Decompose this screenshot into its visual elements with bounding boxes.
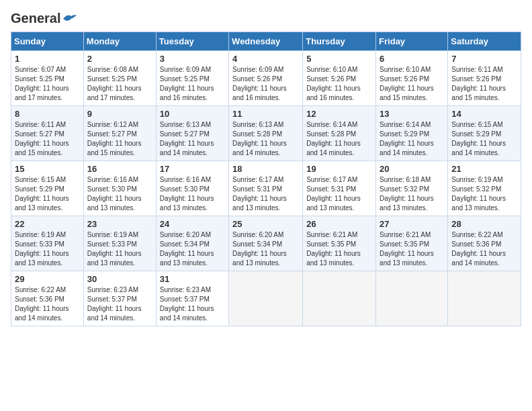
calendar-cell [376,271,448,326]
day-number: 16 [87,164,152,174]
day-number: 27 [380,219,444,229]
day-info: Sunrise: 6:16 AMSunset: 5:30 PMDaylight:… [87,175,152,213]
calendar-header-thursday: Thursday [303,32,376,51]
day-number: 12 [306,109,372,119]
calendar-header-row: SundayMondayTuesdayWednesdayThursdayFrid… [11,32,521,51]
day-info: Sunrise: 6:18 AMSunset: 5:32 PMDaylight:… [380,175,444,213]
calendar-cell: 26Sunrise: 6:21 AMSunset: 5:35 PMDayligh… [303,216,376,271]
day-number: 24 [160,219,225,229]
day-info: Sunrise: 6:19 AMSunset: 5:33 PMDaylight:… [15,230,80,268]
day-info: Sunrise: 6:19 AMSunset: 5:33 PMDaylight:… [87,230,152,268]
calendar-cell: 1Sunrise: 6:07 AMSunset: 5:25 PMDaylight… [11,51,84,106]
day-info: Sunrise: 6:11 AMSunset: 5:27 PMDaylight:… [15,120,80,158]
calendar-cell: 17Sunrise: 6:16 AMSunset: 5:30 PMDayligh… [156,161,228,216]
calendar-cell: 9Sunrise: 6:12 AMSunset: 5:27 PMDaylight… [83,106,156,161]
calendar-cell [229,271,303,326]
calendar-cell: 8Sunrise: 6:11 AMSunset: 5:27 PMDaylight… [11,106,84,161]
calendar-cell: 31Sunrise: 6:23 AMSunset: 5:37 PMDayligh… [156,271,228,326]
calendar-header-friday: Friday [376,32,448,51]
calendar-cell: 25Sunrise: 6:20 AMSunset: 5:34 PMDayligh… [229,216,303,271]
logo: General [11,11,77,24]
day-info: Sunrise: 6:08 AMSunset: 5:25 PMDaylight:… [87,65,152,103]
calendar-cell: 21Sunrise: 6:19 AMSunset: 5:32 PMDayligh… [448,161,521,216]
day-info: Sunrise: 6:23 AMSunset: 5:37 PMDaylight:… [87,285,152,323]
day-info: Sunrise: 6:10 AMSunset: 5:26 PMDaylight:… [306,65,372,103]
calendar-cell: 29Sunrise: 6:22 AMSunset: 5:36 PMDayligh… [11,271,84,326]
day-info: Sunrise: 6:09 AMSunset: 5:26 PMDaylight:… [232,65,299,103]
day-info: Sunrise: 6:20 AMSunset: 5:34 PMDaylight:… [232,230,299,268]
day-number: 5 [306,54,372,64]
calendar-cell: 12Sunrise: 6:14 AMSunset: 5:28 PMDayligh… [303,106,376,161]
calendar-cell: 20Sunrise: 6:18 AMSunset: 5:32 PMDayligh… [376,161,448,216]
calendar-week-1: 1Sunrise: 6:07 AMSunset: 5:25 PMDaylight… [11,51,521,106]
day-number: 19 [306,164,372,174]
day-info: Sunrise: 6:23 AMSunset: 5:37 PMDaylight:… [160,285,225,323]
calendar-cell: 23Sunrise: 6:19 AMSunset: 5:33 PMDayligh… [83,216,156,271]
day-info: Sunrise: 6:11 AMSunset: 5:26 PMDaylight:… [451,65,517,103]
day-info: Sunrise: 6:22 AMSunset: 5:36 PMDaylight:… [451,230,517,268]
day-info: Sunrise: 6:17 AMSunset: 5:31 PMDaylight:… [306,175,372,213]
calendar-cell: 5Sunrise: 6:10 AMSunset: 5:26 PMDaylight… [303,51,376,106]
calendar-cell: 7Sunrise: 6:11 AMSunset: 5:26 PMDaylight… [448,51,521,106]
calendar-cell: 13Sunrise: 6:14 AMSunset: 5:29 PMDayligh… [376,106,448,161]
day-info: Sunrise: 6:14 AMSunset: 5:28 PMDaylight:… [306,120,372,158]
day-number: 10 [160,109,225,119]
calendar-cell: 22Sunrise: 6:19 AMSunset: 5:33 PMDayligh… [11,216,84,271]
day-number: 4 [232,54,299,64]
day-info: Sunrise: 6:20 AMSunset: 5:34 PMDaylight:… [160,230,225,268]
calendar-cell: 16Sunrise: 6:16 AMSunset: 5:30 PMDayligh… [83,161,156,216]
calendar-week-3: 15Sunrise: 6:15 AMSunset: 5:29 PMDayligh… [11,161,521,216]
day-number: 2 [87,54,152,64]
day-number: 29 [15,274,80,284]
day-info: Sunrise: 6:21 AMSunset: 5:35 PMDaylight:… [306,230,372,268]
calendar-table: SundayMondayTuesdayWednesdayThursdayFrid… [11,32,521,326]
calendar-cell: 15Sunrise: 6:15 AMSunset: 5:29 PMDayligh… [11,161,84,216]
day-number: 30 [87,274,152,284]
calendar-cell: 6Sunrise: 6:10 AMSunset: 5:26 PMDaylight… [376,51,448,106]
calendar-cell: 11Sunrise: 6:13 AMSunset: 5:28 PMDayligh… [229,106,303,161]
calendar-week-2: 8Sunrise: 6:11 AMSunset: 5:27 PMDaylight… [11,106,521,161]
page-header: General [11,11,521,24]
calendar-cell: 30Sunrise: 6:23 AMSunset: 5:37 PMDayligh… [83,271,156,326]
day-info: Sunrise: 6:15 AMSunset: 5:29 PMDaylight:… [451,120,517,158]
day-info: Sunrise: 6:07 AMSunset: 5:25 PMDaylight:… [15,65,80,103]
day-number: 13 [380,109,444,119]
day-info: Sunrise: 6:13 AMSunset: 5:28 PMDaylight:… [232,120,299,158]
day-info: Sunrise: 6:09 AMSunset: 5:25 PMDaylight:… [160,65,225,103]
day-number: 14 [451,109,517,119]
day-number: 1 [15,54,80,64]
day-number: 21 [451,164,517,174]
calendar-header-wednesday: Wednesday [229,32,303,51]
day-info: Sunrise: 6:14 AMSunset: 5:29 PMDaylight:… [380,120,444,158]
day-number: 20 [380,164,444,174]
day-info: Sunrise: 6:19 AMSunset: 5:32 PMDaylight:… [451,175,517,213]
calendar-week-4: 22Sunrise: 6:19 AMSunset: 5:33 PMDayligh… [11,216,521,271]
calendar-cell [448,271,521,326]
day-number: 31 [160,274,225,284]
calendar-cell: 4Sunrise: 6:09 AMSunset: 5:26 PMDaylight… [229,51,303,106]
day-info: Sunrise: 6:15 AMSunset: 5:29 PMDaylight:… [15,175,80,213]
day-number: 25 [232,219,299,229]
calendar-cell: 18Sunrise: 6:17 AMSunset: 5:31 PMDayligh… [229,161,303,216]
day-number: 15 [15,164,80,174]
day-info: Sunrise: 6:22 AMSunset: 5:36 PMDaylight:… [15,285,80,323]
day-info: Sunrise: 6:21 AMSunset: 5:35 PMDaylight:… [380,230,444,268]
day-number: 22 [15,219,80,229]
calendar-header-sunday: Sunday [11,32,84,51]
calendar-cell [303,271,376,326]
calendar-cell: 27Sunrise: 6:21 AMSunset: 5:35 PMDayligh… [376,216,448,271]
calendar-header-saturday: Saturday [448,32,521,51]
day-info: Sunrise: 6:13 AMSunset: 5:27 PMDaylight:… [160,120,225,158]
logo-bird-icon [62,13,77,24]
calendar-cell: 2Sunrise: 6:08 AMSunset: 5:25 PMDaylight… [83,51,156,106]
calendar-cell: 24Sunrise: 6:20 AMSunset: 5:34 PMDayligh… [156,216,228,271]
calendar-cell: 14Sunrise: 6:15 AMSunset: 5:29 PMDayligh… [448,106,521,161]
day-number: 23 [87,219,152,229]
day-number: 28 [451,219,517,229]
day-number: 11 [232,109,299,119]
day-number: 6 [380,54,444,64]
day-number: 9 [87,109,152,119]
calendar-week-5: 29Sunrise: 6:22 AMSunset: 5:36 PMDayligh… [11,271,521,326]
day-info: Sunrise: 6:12 AMSunset: 5:27 PMDaylight:… [87,120,152,158]
calendar-cell: 19Sunrise: 6:17 AMSunset: 5:31 PMDayligh… [303,161,376,216]
